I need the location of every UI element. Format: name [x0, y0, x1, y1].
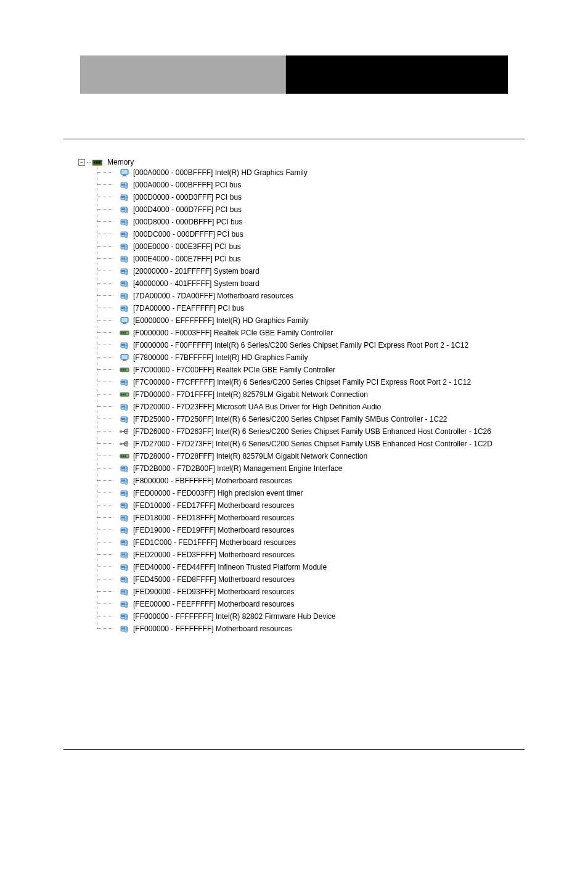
card-icon [120, 476, 129, 486]
network-icon [120, 390, 129, 399]
tree-item[interactable]: [000D0000 - 000D3FFF] PCI bus [97, 191, 588, 203]
svg-rect-107 [121, 467, 125, 469]
tree-item[interactable]: [20000000 - 201FFFFF] System board [97, 265, 588, 277]
card-icon [120, 254, 129, 264]
tree-item[interactable]: [FED1C000 - FED1FFFF] Motherboard resour… [97, 536, 588, 549]
tree-item-label: [FED45000 - FED8FFFF] Motherboard resour… [133, 575, 295, 584]
tree-item[interactable]: [000A0000 - 000BFFFF] Intel(R) HD Graphi… [97, 166, 588, 179]
svg-rect-123 [121, 517, 125, 518]
collapse-icon[interactable]: − [78, 159, 85, 166]
svg-rect-55 [121, 318, 128, 322]
memory-icon [92, 159, 102, 166]
svg-marker-100 [127, 443, 129, 445]
tree-item[interactable]: [FED90000 - FED93FFF] Motherboard resour… [97, 586, 588, 598]
tree-item[interactable]: [7DA00000 - 7DA00FFF] Motherboard resour… [97, 290, 588, 302]
tree-item[interactable]: [F7C00000 - F7CFFFFF] Intel(R) 6 Series/… [97, 376, 588, 388]
svg-rect-19 [121, 208, 125, 210]
card-icon [120, 229, 129, 239]
svg-rect-82 [123, 394, 125, 396]
tree-item[interactable]: [000DC000 - 000DFFFF] PCI bus [97, 228, 588, 240]
svg-rect-69 [123, 359, 126, 361]
svg-rect-8 [123, 174, 126, 176]
svg-rect-23 [121, 221, 125, 223]
tree-item[interactable]: [000E4000 - 000E7FFF] PCI bus [97, 253, 588, 265]
tree-item[interactable]: [F0000000 - F00FFFFF] Intel(R) 6 Series/… [97, 339, 588, 351]
svg-rect-81 [121, 394, 123, 396]
tree-item[interactable]: [FF000000 - FFFFFFFF] Motherboard resour… [97, 623, 588, 635]
tree-item-label: [FED20000 - FED3FFFF] Motherboard resour… [133, 550, 295, 559]
tree-item-label: [F7D28000 - F7D28FFF] Intel(R) 82579LM G… [133, 452, 367, 460]
tree-item[interactable]: [F7D25000 - F7D250FF] Intel(R) 6 Series/… [97, 413, 588, 425]
card-icon [120, 612, 129, 621]
tree-item[interactable]: [FED10000 - FED17FFF] Motherboard resour… [97, 499, 588, 512]
card-icon [120, 513, 129, 523]
tree-item[interactable]: [F7D20000 - F7D23FFF] Microsoft UAA Bus … [97, 401, 588, 413]
tree-item-label: [F7D26000 - F7D263FF] Intel(R) 6 Series/… [133, 427, 491, 436]
svg-rect-31 [121, 245, 125, 247]
tree-item[interactable]: [FED18000 - FED18FFF] Motherboard resour… [97, 512, 588, 524]
svg-rect-147 [121, 591, 125, 592]
tree-item[interactable]: [FED19000 - FED19FFF] Motherboard resour… [97, 524, 588, 536]
header-bar [80, 55, 508, 94]
card-icon [120, 599, 129, 609]
tree-item-label: [F7D2B000 - F7D2B00F] Intel(R) Managemen… [133, 464, 343, 473]
svg-rect-143 [121, 578, 125, 580]
tree-item[interactable]: [000D4000 - 000D7FFF] PCI bus [97, 203, 588, 216]
card-icon [120, 562, 129, 572]
tree-item[interactable]: [F7800000 - F7BFFFFF] Intel(R) HD Graphi… [97, 351, 588, 364]
tree-item[interactable]: [40000000 - 401FFFFF] System board [97, 277, 588, 290]
svg-rect-102 [121, 456, 123, 457]
svg-rect-39 [121, 270, 125, 272]
display-icon [120, 168, 129, 178]
svg-rect-83 [125, 394, 126, 396]
tree-item[interactable]: [7DA00000 - FEAFFFFF] PCI bus [97, 302, 588, 314]
tree-item[interactable]: [F7D28000 - F7D28FFF] Intel(R) 82579LM G… [97, 450, 588, 462]
card-icon [120, 624, 129, 634]
tree-root[interactable]: − Memory [78, 158, 588, 166]
tree-item[interactable]: [FEE00000 - FEEFFFFF] Motherboard resour… [97, 598, 588, 610]
tree-item[interactable]: [FED40000 - FED44FFF] Infineon Trusted P… [97, 561, 588, 573]
tree-item[interactable]: [F7D27000 - F7D273FF] Intel(R) 6 Series/… [97, 438, 588, 450]
tree-item[interactable]: [FF000000 - FFFFFFFF] Intel(R) 82802 Fir… [97, 610, 588, 623]
tree-item[interactable]: [FED20000 - FED3FFFF] Motherboard resour… [97, 549, 588, 561]
tree-item-label: [40000000 - 401FFFFF] System board [133, 279, 259, 288]
card-icon [120, 279, 129, 289]
tree-item-label: [F7D27000 - F7D273FF] Intel(R) 6 Series/… [133, 440, 492, 448]
svg-rect-51 [121, 307, 125, 309]
tree-item[interactable]: [F7D2B000 - F7D2B00F] Intel(R) Managemen… [97, 462, 588, 475]
svg-rect-73 [123, 369, 125, 371]
usb-icon [120, 427, 129, 436]
tree-item[interactable]: [F7D26000 - F7D263FF] Intel(R) 6 Series/… [97, 425, 588, 438]
card-icon [120, 488, 129, 498]
card-icon [120, 217, 129, 227]
svg-rect-86 [121, 406, 125, 407]
tree-item-label: [7DA00000 - 7DA00FFF] Motherboard resour… [133, 292, 293, 300]
svg-rect-139 [121, 566, 125, 568]
svg-rect-59 [121, 332, 123, 334]
svg-rect-47 [121, 295, 125, 297]
svg-rect-5 [92, 165, 102, 166]
tree-item[interactable]: [F8000000 - FBFFFFFF] Motherboard resour… [97, 475, 588, 487]
tree-item-label: [20000000 - 201FFFFF] System board [133, 267, 259, 276]
card-icon [120, 266, 129, 276]
svg-rect-98 [126, 441, 128, 443]
tree-item[interactable]: [F7D00000 - F7D1FFFF] Intel(R) 82579LM G… [97, 388, 588, 401]
svg-rect-115 [121, 492, 125, 494]
tree-item-label: [F7D00000 - F7D1FFFF] Intel(R) 82579LM G… [133, 390, 368, 399]
tree-item[interactable]: [F0000000 - F0003FFF] Realtek PCIe GBE F… [97, 327, 588, 339]
memory-tree: − Memory [000A0000 - 000BFFFF] Intel(R) … [78, 158, 588, 635]
tree-item-label: [E0000000 - EFFFFFFF] Intel(R) HD Graphi… [133, 316, 309, 325]
tree-item[interactable]: [000E0000 - 000E3FFF] PCI bus [97, 240, 588, 253]
tree-item[interactable]: [FED00000 - FED003FF] High precision eve… [97, 487, 588, 499]
tree-item[interactable]: [F7C00000 - F7C00FFF] Realtek PCIe GBE F… [97, 364, 588, 376]
tree-item[interactable]: [000A0000 - 000BFFFF] PCI bus [97, 179, 588, 191]
svg-rect-75 [127, 369, 128, 371]
card-icon [120, 402, 129, 412]
tree-item-label: [FED90000 - FED93FFF] Motherboard resour… [133, 587, 294, 596]
tree-item[interactable]: [000D8000 - 000DBFFF] PCI bus [97, 216, 588, 228]
tree-item[interactable]: [E0000000 - EFFFFFFF] Intel(R) HD Graphi… [97, 314, 588, 327]
usb-icon [120, 439, 129, 449]
card-icon [120, 538, 129, 547]
tree-item[interactable]: [FED45000 - FED8FFFF] Motherboard resour… [97, 573, 588, 586]
display-icon [120, 353, 129, 362]
